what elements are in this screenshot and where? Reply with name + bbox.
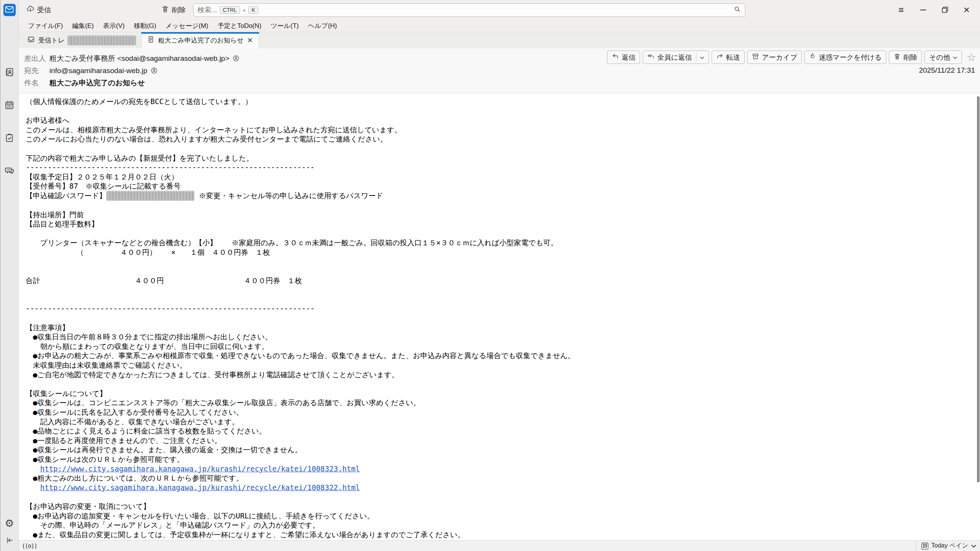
contact-icon[interactable]: [150, 67, 158, 75]
body-line: 【お申込内容の変更・取消について】: [26, 502, 971, 511]
body-line: その際、申込時の「メールアドレス」と「申込確認パスワード」の入力が必要です。: [26, 520, 971, 530]
body-line: 【申込確認パスワード】 ※変更・キャンセル等の申し込みに使用するパスワード: [26, 191, 971, 201]
body-line: ●お申込内容の追加変更・キャンセルを行いたい場合、以下のURLに接続し、手続きを…: [26, 511, 971, 521]
body-line: ----------------------------------------…: [26, 163, 971, 172]
app-menu-button[interactable]: ≡: [895, 4, 907, 16]
calendar-icon: [5, 100, 14, 111]
menu-item[interactable]: ヘルプ(H): [304, 20, 341, 31]
body-line: [26, 257, 971, 267]
forward-button[interactable]: 転送: [712, 51, 745, 64]
inbox-icon: [27, 36, 35, 45]
archive-button[interactable]: アーカイブ: [747, 51, 802, 64]
today-pane-label: Today ペイン: [931, 542, 968, 550]
body-line: ●収集シールは、コンビニエンスストア等の「粗大ごみ収集シール取扱店」表示のある店…: [26, 398, 971, 408]
star-icon[interactable]: ☆: [967, 51, 976, 64]
body-line: プリンター（スキャナーなどとの複合機含む）【小】 ※家庭用のみ。３０ｃｍ未満は一…: [26, 238, 971, 248]
menu-item[interactable]: 表示(V): [99, 20, 129, 31]
trash-icon: [161, 5, 169, 15]
menu-item[interactable]: 予定とToDo(N): [214, 20, 265, 31]
body-line: [26, 229, 971, 238]
tab-close-icon[interactable]: ×: [247, 36, 253, 45]
trash-icon: [893, 53, 901, 62]
reply-all-icon: [647, 53, 655, 62]
delete-label: 削除: [903, 53, 917, 62]
reply-button[interactable]: 返信: [607, 51, 640, 64]
today-pane-toggle[interactable]: 23 Today ペイン: [916, 541, 976, 551]
close-window-button[interactable]: ×: [961, 4, 972, 16]
split-separator: [696, 53, 696, 61]
body-line: 朝から順にまわっての収集となりますが、当日中に回収に伺います。: [26, 342, 971, 351]
search-placeholder: 検索...: [198, 5, 217, 15]
message-body-container: （個人情報保護のためメールの宛先をBCCとして送信しています。） お申込者様へこ…: [19, 93, 980, 540]
body-line: ●粗大ごみの出し方については、次のＵＲＬから参照可能です。: [26, 473, 971, 483]
menu-item[interactable]: メッセージ(M): [162, 20, 212, 31]
body-line: 【注意事項】: [26, 323, 971, 333]
body-line: 【受付番号】87 ※収集シールに記載する番号: [26, 181, 971, 191]
body-line: [26, 539, 971, 540]
body-line: ●収集シールは再発行できません。また、購入後の返金・交換は一切できません。: [26, 445, 971, 455]
body-link[interactable]: http://www.city.sagamihara.kanagawa.jp/k…: [40, 483, 360, 492]
body-line: このメールは、相模原市粗大ごみ受付事務所より、インターネットにてお申し込みされた…: [26, 125, 971, 135]
space-chat-button[interactable]: [3, 165, 16, 178]
restore-button[interactable]: [939, 4, 951, 16]
body-line: [26, 266, 971, 276]
space-mail-button[interactable]: [3, 4, 16, 16]
subject-label: 件名: [24, 78, 46, 88]
minimize-icon: [920, 10, 926, 10]
more-button[interactable]: その他: [924, 51, 962, 64]
body-line: ●また、収集品目の変更に関しましては、予定収集枠が一杯になりますと、ご希望に添え…: [26, 530, 971, 540]
body-line: [26, 201, 971, 210]
search-icon: [733, 5, 741, 15]
space-addressbook-button[interactable]: [3, 67, 16, 79]
kbd-plus: +: [243, 7, 246, 13]
message-date: 2025/11/22 17:31: [919, 66, 975, 75]
forward-label: 転送: [726, 53, 740, 62]
body-line: お申込者様へ: [26, 116, 971, 125]
forward-icon: [716, 53, 724, 62]
search-input[interactable]: 検索... CTRL + K: [193, 3, 745, 17]
body-line: ●収集シールは次のＵＲＬから参照可能です。: [26, 455, 971, 464]
body-line: http://www.city.sagamihara.kanagawa.jp/k…: [26, 464, 971, 474]
body-line: 合計 ４００円 ４００円券 １枚: [26, 276, 971, 285]
scrollbar-thumb[interactable]: [977, 96, 980, 482]
body-link[interactable]: http://www.city.sagamihara.kanagawa.jp/k…: [40, 465, 360, 473]
message-actions: 返信 全員に返信 転送: [607, 51, 976, 64]
message-header: 差出人 粗大ごみ受付事務所 <sodai@sagamiharasodai-web…: [19, 48, 980, 93]
collapse-spaces-button[interactable]: [3, 535, 16, 547]
redacted-account-name: [68, 36, 136, 45]
chevron-down-icon: [953, 53, 957, 61]
space-calendar-button[interactable]: [3, 99, 16, 112]
body-line: [26, 106, 971, 116]
reply-icon: [612, 53, 619, 62]
contact-icon[interactable]: [232, 54, 240, 63]
menu-item[interactable]: 編集(E): [68, 20, 98, 31]
delete-button[interactable]: 削除: [889, 51, 922, 64]
tab-bar: 受信トレイ - 粗大ごみ申込完了のお知らせ ×: [19, 32, 980, 48]
window-controls: ≡ ×: [895, 4, 980, 16]
settings-button[interactable]: ⚙: [3, 517, 16, 530]
to-row: 宛先 info@sagamiharasodai-web.jp: [24, 66, 980, 76]
menu-item[interactable]: ファイル(F): [24, 20, 67, 31]
tab-message-label: 粗大ごみ申込完了のお知らせ: [158, 36, 243, 45]
archive-label: アーカイブ: [762, 53, 797, 62]
get-messages-button[interactable]: 受信: [23, 3, 54, 17]
unified-toolbar: 受信 削除 検索... CTRL + K ≡: [19, 0, 980, 20]
get-messages-label: 受信: [37, 5, 51, 15]
tab-inbox[interactable]: 受信トレイ -: [22, 32, 141, 48]
menu-item[interactable]: ツール(T): [267, 20, 303, 31]
body-line: （ ４００円） × １個 ４００円券 １枚: [26, 248, 971, 257]
today-calendar-icon: 23: [921, 543, 928, 549]
hamburger-icon: ≡: [898, 5, 904, 15]
chevron-down-icon[interactable]: [700, 53, 704, 61]
message-body: （個人情報保護のためメールの宛先をBCCとして送信しています。） お申込者様へこ…: [26, 97, 971, 540]
toolbar-delete-button[interactable]: 削除: [158, 3, 189, 17]
minimize-button[interactable]: [917, 4, 929, 16]
status-icon[interactable]: ((o)): [22, 543, 37, 549]
tab-message[interactable]: 粗大ごみ申込完了のお知らせ ×: [141, 32, 259, 48]
body-line: 【品目と処理手数料】: [26, 219, 971, 229]
menu-item[interactable]: 移動(G): [130, 20, 160, 31]
junk-button[interactable]: 迷惑マークを付ける: [804, 51, 886, 64]
mail-icon: [5, 5, 14, 16]
reply-all-button[interactable]: 全員に返信: [643, 51, 709, 64]
space-tasks-button[interactable]: [3, 132, 16, 145]
